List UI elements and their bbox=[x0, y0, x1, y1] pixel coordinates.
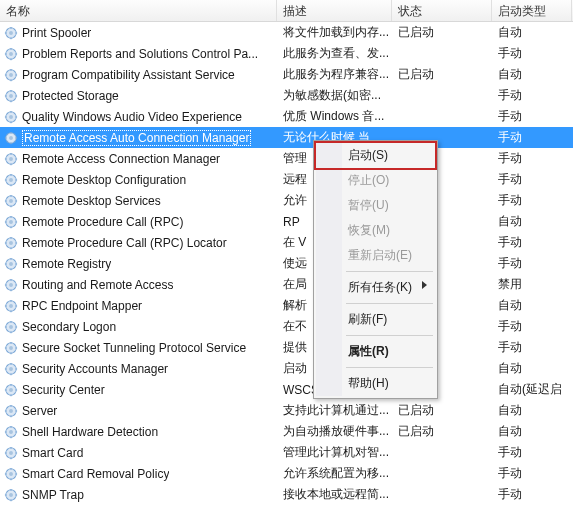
svg-point-5 bbox=[9, 73, 13, 77]
column-header-desc[interactable]: 描述 bbox=[277, 0, 392, 21]
service-name-label: Remote Procedure Call (RPC) Locator bbox=[22, 236, 227, 250]
column-header-row: 名称 描述 状态 启动类型 bbox=[0, 0, 573, 22]
service-status-cell: 已启动 bbox=[392, 66, 492, 83]
svg-point-7 bbox=[9, 94, 13, 98]
service-type-cell: 自动 bbox=[492, 360, 572, 377]
service-row[interactable]: Problem Reports and Solutions Control Pa… bbox=[0, 43, 573, 64]
column-header-type[interactable]: 启动类型 bbox=[492, 0, 572, 21]
service-row[interactable]: Server支持此计算机通过...已启动自动 bbox=[0, 400, 573, 421]
service-name-cell: SNMP Trap bbox=[0, 488, 277, 502]
svg-point-15 bbox=[9, 178, 13, 182]
service-desc-cell: 允许系统配置为移... bbox=[277, 465, 392, 482]
service-name-label: Secondary Logon bbox=[22, 320, 116, 334]
service-type-cell: 自动 bbox=[492, 24, 572, 41]
column-header-name[interactable]: 名称 bbox=[0, 0, 277, 21]
svg-point-39 bbox=[9, 430, 13, 434]
service-name-cell: Print Spooler bbox=[0, 26, 277, 40]
service-row[interactable]: SNMP Trap接收本地或远程简...手动 bbox=[0, 484, 573, 505]
service-row[interactable]: Program Compatibility Assistant Service此… bbox=[0, 64, 573, 85]
service-name-cell: Shell Hardware Detection bbox=[0, 425, 277, 439]
service-row[interactable]: Routing and Remote Access在局禁用 bbox=[0, 274, 573, 295]
service-row[interactable]: Remote Access Connection Manager管理手动 bbox=[0, 148, 573, 169]
service-row[interactable]: Remote Procedure Call (RPC) Locator在 V手动 bbox=[0, 232, 573, 253]
service-type-cell: 禁用 bbox=[492, 276, 572, 293]
service-row[interactable]: Remote Procedure Call (RPC)RP自动 bbox=[0, 211, 573, 232]
svg-point-33 bbox=[9, 367, 13, 371]
service-gear-icon bbox=[4, 89, 18, 103]
service-gear-icon bbox=[4, 236, 18, 250]
menu-item-properties[interactable]: 属性(R) bbox=[316, 339, 435, 364]
service-row[interactable]: Security CenterWSCSVC(Windo...已启动自动(延迟启 bbox=[0, 379, 573, 400]
service-row[interactable]: Quality Windows Audio Video Experience优质… bbox=[0, 106, 573, 127]
service-name-label: Remote Access Auto Connection Manager bbox=[22, 130, 251, 146]
service-type-cell: 手动 bbox=[492, 171, 572, 188]
service-row[interactable]: Remote Registry使远手动 bbox=[0, 253, 573, 274]
service-name-cell: Smart Card bbox=[0, 446, 277, 460]
service-name-label: Smart Card bbox=[22, 446, 83, 460]
service-gear-icon bbox=[4, 467, 18, 481]
svg-point-3 bbox=[9, 52, 13, 56]
service-name-cell: Secure Socket Tunneling Protocol Service bbox=[0, 341, 277, 355]
menu-separator bbox=[346, 367, 433, 368]
service-name-label: Print Spooler bbox=[22, 26, 91, 40]
menu-item-refresh[interactable]: 刷新(F) bbox=[316, 307, 435, 332]
service-type-cell: 手动 bbox=[492, 192, 572, 209]
service-name-label: Remote Access Connection Manager bbox=[22, 152, 220, 166]
service-name-label: Secure Socket Tunneling Protocol Service bbox=[22, 341, 246, 355]
service-row[interactable]: Protected Storage为敏感数据(如密...手动 bbox=[0, 85, 573, 106]
menu-item-stop[interactable]: 停止(O) bbox=[316, 168, 435, 193]
service-row[interactable]: Security Accounts Manager启动自动 bbox=[0, 358, 573, 379]
service-name-label: Routing and Remote Access bbox=[22, 278, 173, 292]
menu-item-all-tasks[interactable]: 所有任务(K) bbox=[316, 275, 435, 300]
service-gear-icon bbox=[4, 299, 18, 313]
service-name-label: Remote Registry bbox=[22, 257, 111, 271]
service-desc-cell: 接收本地或远程简... bbox=[277, 486, 392, 503]
service-gear-icon bbox=[4, 47, 18, 61]
service-gear-icon bbox=[4, 68, 18, 82]
service-row[interactable]: Shell Hardware Detection为自动播放硬件事...已启动自动 bbox=[0, 421, 573, 442]
svg-point-31 bbox=[9, 346, 13, 350]
service-type-cell: 自动(延迟启 bbox=[492, 381, 572, 398]
service-gear-icon bbox=[4, 173, 18, 187]
svg-point-29 bbox=[9, 325, 13, 329]
service-name-cell: Security Accounts Manager bbox=[0, 362, 277, 376]
service-row[interactable]: Remote Desktop Services允许手动 bbox=[0, 190, 573, 211]
service-name-cell: Problem Reports and Solutions Control Pa… bbox=[0, 47, 277, 61]
svg-point-1 bbox=[9, 31, 13, 35]
service-gear-icon bbox=[4, 488, 18, 502]
menu-item-pause[interactable]: 暂停(U) bbox=[316, 193, 435, 218]
service-name-cell: Quality Windows Audio Video Experience bbox=[0, 110, 277, 124]
menu-item-label: 属性(R) bbox=[348, 344, 389, 358]
service-status-cell: 已启动 bbox=[392, 423, 492, 440]
service-gear-icon bbox=[4, 278, 18, 292]
service-name-cell: RPC Endpoint Mapper bbox=[0, 299, 277, 313]
service-row[interactable]: RPC Endpoint Mapper解析自动 bbox=[0, 295, 573, 316]
service-type-cell: 自动 bbox=[492, 402, 572, 419]
context-menu: 启动(S) 停止(O) 暂停(U) 恢复(M) 重新启动(E) 所有任务(K) … bbox=[313, 140, 438, 399]
svg-point-23 bbox=[9, 262, 13, 266]
service-name-cell: Remote Procedure Call (RPC) bbox=[0, 215, 277, 229]
service-type-cell: 手动 bbox=[492, 108, 572, 125]
svg-point-41 bbox=[9, 451, 13, 455]
service-row[interactable]: Smart Card管理此计算机对智...手动 bbox=[0, 442, 573, 463]
service-gear-icon bbox=[4, 404, 18, 418]
service-row[interactable]: Secure Socket Tunneling Protocol Service… bbox=[0, 337, 573, 358]
service-row[interactable]: Remote Desktop Configuration远程手动 bbox=[0, 169, 573, 190]
service-name-label: Security Accounts Manager bbox=[22, 362, 168, 376]
service-type-cell: 手动 bbox=[492, 318, 572, 335]
menu-item-help[interactable]: 帮助(H) bbox=[316, 371, 435, 396]
service-gear-icon bbox=[4, 362, 18, 376]
menu-separator bbox=[346, 303, 433, 304]
menu-item-resume[interactable]: 恢复(M) bbox=[316, 218, 435, 243]
service-row[interactable]: Smart Card Removal Policy允许系统配置为移...手动 bbox=[0, 463, 573, 484]
menu-item-restart[interactable]: 重新启动(E) bbox=[316, 243, 435, 268]
service-name-label: Quality Windows Audio Video Experience bbox=[22, 110, 242, 124]
menu-item-label: 所有任务(K) bbox=[348, 280, 412, 294]
service-desc-cell: 为自动播放硬件事... bbox=[277, 423, 392, 440]
menu-item-start[interactable]: 启动(S) bbox=[314, 141, 437, 170]
column-header-status[interactable]: 状态 bbox=[392, 0, 492, 21]
service-row[interactable]: Print Spooler将文件加载到内存...已启动自动 bbox=[0, 22, 573, 43]
service-type-cell: 手动 bbox=[492, 255, 572, 272]
service-row[interactable]: Remote Access Auto Connection Manager无论什… bbox=[0, 127, 573, 148]
service-row[interactable]: Secondary Logon在不手动 bbox=[0, 316, 573, 337]
